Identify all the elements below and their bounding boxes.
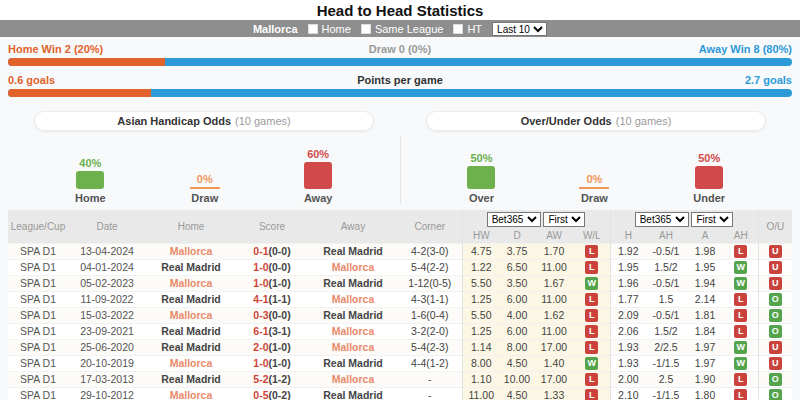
bar-over: 50%Over [467, 152, 495, 204]
win-loss-cell: L [574, 243, 610, 259]
fulltime-score: 0-5 [253, 389, 268, 400]
league-cell: SPA D1 [8, 339, 68, 355]
checkbox-ht[interactable]: HT [453, 23, 482, 35]
halftime-score: (0-0) [269, 309, 291, 321]
result-badge-l: L [734, 309, 747, 322]
away-team-cell: Mallorca [308, 339, 398, 355]
halftime-score: (0-2) [269, 389, 291, 400]
over-under-cell: O [758, 291, 792, 307]
checkbox-same-league[interactable]: Same League [361, 23, 444, 35]
draw-odds: 4.50 [500, 387, 534, 400]
asian-handicap-title: Asian Handicap Odds [117, 115, 231, 127]
score-cell: 1-0(1-0) [236, 275, 308, 291]
draw-odds: 4.00 [500, 307, 534, 323]
ah-result-cell: L [724, 323, 758, 339]
corner-cell: 4-4(1-2) [398, 355, 462, 371]
home-team-cell: Mallorca [146, 307, 236, 323]
score-cell: 4-1(1-1) [236, 291, 308, 307]
fulltime-score: 0-3 [253, 309, 268, 321]
result-badge-o: O [769, 389, 782, 400]
odds-selects: Bet365 First [462, 210, 610, 229]
corner-cell: - [398, 387, 462, 400]
score-cell: 2-0(1-0) [236, 339, 308, 355]
ah-away-odds: 1.97 [686, 355, 724, 371]
result-badge-l: L [734, 293, 747, 306]
corner-cell: 1-6(0-4) [398, 307, 462, 323]
away-team-cell: Real Madrid [308, 243, 398, 259]
home-win-odds: 11.00 [462, 387, 500, 400]
home-win-odds: 4.75 [462, 243, 500, 259]
checkbox-box[interactable] [453, 24, 463, 34]
score-cell: 0-5(0-2) [236, 387, 308, 400]
away-win-odds: 1.67 [534, 275, 574, 291]
col-ah-result: AH [724, 229, 758, 243]
result-badge-l: L [585, 341, 598, 354]
halftime-score: (1-2) [269, 373, 291, 385]
match-row: SPA D105-02-2023Mallorca1-0(1-0)Real Mad… [8, 275, 792, 291]
result-badge-w: W [585, 357, 598, 370]
fulltime-score: 0-1 [253, 245, 268, 257]
match-row: SPA D113-04-2024Mallorca0-1(0-0)Real Mad… [8, 243, 792, 259]
corner-cell: 4-3(1-1) [398, 291, 462, 307]
result-badge-l: L [585, 389, 598, 400]
match-row: SPA D104-01-2024Real Madrid1-0(0-0)Mallo… [8, 259, 792, 275]
match-row: SPA D125-06-2020Real Madrid2-0(1-0)Mallo… [8, 339, 792, 355]
home-team-cell: Real Madrid [146, 259, 236, 275]
away-goals-label: 2.7 goals [531, 74, 792, 86]
ah-home-odds: 1.93 [610, 355, 646, 371]
over-under-odds-button[interactable]: Over/Under Odds (10 games) [426, 111, 766, 131]
odds-bookmaker-select[interactable]: Bet365 [487, 212, 541, 227]
points-ratio-bar [8, 89, 792, 97]
home-team-cell: Mallorca [146, 243, 236, 259]
fulltime-score: 5-2 [253, 373, 268, 385]
over-under-cell: U [758, 339, 792, 355]
checkbox-box[interactable] [308, 24, 318, 34]
halftime-score: (1-0) [269, 277, 291, 289]
fulltime-score: 1-0 [253, 357, 268, 369]
league-cell: SPA D1 [8, 307, 68, 323]
checkbox-label: Same League [375, 23, 444, 35]
bar-column [304, 162, 332, 189]
col-home: Home [146, 210, 236, 243]
col-d: D [500, 229, 534, 243]
away-win-odds: 1.70 [534, 243, 574, 259]
home-team-cell: Mallorca [146, 275, 236, 291]
home-team-cell: Real Madrid [146, 323, 236, 339]
away-win-odds: 1.40 [534, 355, 574, 371]
ah-line: -1/1.5 [646, 387, 686, 400]
ah-away-odds: 1.97 [686, 339, 724, 355]
odds-period-select[interactable]: First [543, 212, 585, 227]
main-content: Home Win 2 (20%) Draw 0 (0%) Away Win 8 … [0, 37, 800, 400]
date-cell: 25-06-2020 [68, 339, 146, 355]
over-under-cell: O [758, 371, 792, 387]
league-cell: SPA D1 [8, 387, 68, 400]
ah-away-odds: 1.81 [686, 307, 724, 323]
league-cell: SPA D1 [8, 243, 68, 259]
fulltime-score: 1-0 [253, 261, 268, 273]
ah-bookmaker-select[interactable]: Bet365 [635, 212, 689, 227]
checkbox-box[interactable] [361, 24, 371, 34]
filter-checkboxes: HomeSame LeagueHT [308, 23, 483, 35]
asian-handicap-subtitle: (10 games) [235, 115, 291, 127]
corner-cell: 5-4(2-2) [398, 259, 462, 275]
checkbox-home[interactable]: Home [308, 23, 351, 35]
ah-away-odds: 1.94 [686, 275, 724, 291]
away-win-odds: 1.33 [534, 387, 574, 400]
draw-odds: 6.50 [500, 259, 534, 275]
ah-period-select[interactable]: First [691, 212, 733, 227]
last-10-select[interactable]: Last 10 [492, 22, 547, 36]
away-win-odds: 17.00 [534, 339, 574, 355]
league-cell: SPA D1 [8, 291, 68, 307]
corner-cell: 1-12(0-5) [398, 275, 462, 291]
date-cell: 05-02-2023 [68, 275, 146, 291]
result-badge-l: L [585, 309, 598, 322]
home-win-odds: 5.50 [462, 307, 500, 323]
ah-home-odds: 2.00 [610, 371, 646, 387]
ah-line: -0.5/1 [646, 307, 686, 323]
ah-selects: Bet365 First [610, 210, 758, 229]
result-badge-l: L [585, 245, 598, 258]
home-win-odds: 1.25 [462, 323, 500, 339]
page-title: Head to Head Statistics [0, 0, 800, 20]
ah-home-odds: 2.09 [610, 307, 646, 323]
asian-handicap-odds-button[interactable]: Asian Handicap Odds (10 games) [34, 111, 374, 131]
